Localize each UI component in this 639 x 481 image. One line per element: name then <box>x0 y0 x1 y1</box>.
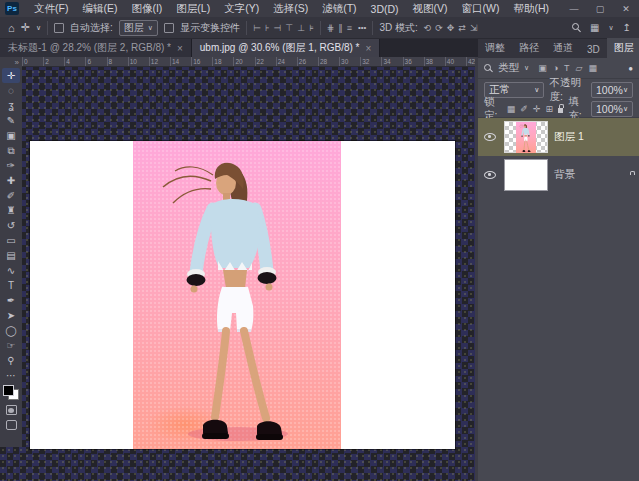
edit-toolbar-icon[interactable]: ⋯ <box>2 368 20 383</box>
visibility-cell[interactable] <box>482 133 498 141</box>
eraser-tool[interactable]: ▭ <box>2 233 20 248</box>
doc-tab-ubm[interactable]: ubm.jpg @ 30.6% (图层 1, RGB/8) * × <box>192 39 381 57</box>
path-select-tool[interactable]: ➤ <box>2 308 20 323</box>
3d-mode-icon[interactable]: ⇄ <box>458 23 466 33</box>
screen-mode-icon[interactable] <box>6 420 17 430</box>
3d-mode-icon[interactable]: ✥ <box>447 23 455 33</box>
menu-select[interactable]: 选择(S) <box>266 2 315 16</box>
history-brush-tool[interactable]: ↺ <box>2 218 20 233</box>
lock-option-icon[interactable]: ▦ <box>507 104 516 114</box>
chevron-down-icon[interactable]: ∨ <box>36 24 41 32</box>
more-options-icon[interactable]: ••• <box>358 23 366 32</box>
menu-edit[interactable]: 编辑(E) <box>75 2 124 16</box>
align-icon[interactable]: ⊣ <box>273 23 281 33</box>
close-icon[interactable]: × <box>177 43 183 54</box>
eye-icon[interactable] <box>484 171 496 179</box>
quick-select-tool[interactable]: ✎ <box>2 113 20 128</box>
menu-filter[interactable]: 滤镜(T) <box>315 2 363 16</box>
layer-name[interactable]: 图层 1 <box>554 130 584 144</box>
pen-tool[interactable]: ✒ <box>2 293 20 308</box>
align-icon[interactable]: ⊦ <box>265 23 270 33</box>
close-icon[interactable]: × <box>365 43 371 54</box>
chevron-down-icon[interactable]: ∨ <box>524 64 529 72</box>
close-button[interactable]: ✕ <box>613 4 639 14</box>
collapse-toolbar-icon[interactable]: » <box>15 58 19 68</box>
share-icon[interactable]: ↥ <box>623 22 631 33</box>
lasso-tool[interactable]: ʓ <box>2 98 20 113</box>
quick-mask-icon[interactable] <box>6 405 17 415</box>
smudge-tool[interactable]: ∿ <box>2 263 20 278</box>
filter-kind-icon[interactable]: ▱ <box>576 63 583 73</box>
layer-thumbnail[interactable] <box>504 121 548 153</box>
menu-window[interactable]: 窗口(W) <box>455 2 507 16</box>
workspace-icon[interactable]: ▦ <box>590 22 599 33</box>
distribute-icon[interactable]: ∥ <box>338 23 343 33</box>
canvas-area[interactable]: 024681012141618202224262830323436384042 <box>0 57 475 481</box>
menu-layer[interactable]: 图层(L) <box>169 2 217 16</box>
clone-stamp-tool[interactable]: ♜ <box>2 203 20 218</box>
lock-option-icon[interactable]: ⊞ <box>545 104 553 114</box>
auto-select-checkbox[interactable] <box>54 23 64 33</box>
search-icon[interactable] <box>572 23 581 32</box>
hand-tool[interactable]: ☞ <box>2 338 20 353</box>
document-canvas[interactable] <box>30 141 455 449</box>
menu-file[interactable]: 文件(F) <box>27 2 75 16</box>
fill-dropdown[interactable]: 100% ∨ <box>591 101 633 117</box>
zoom-tool[interactable]: ⚲ <box>2 353 20 368</box>
chevron-down-icon[interactable]: ∨ <box>608 24 613 32</box>
eyedropper-tool[interactable]: ✑ <box>2 158 20 173</box>
align-icon[interactable]: ⊧ <box>309 23 314 33</box>
filter-kind-icon[interactable]: ▣ <box>538 63 547 73</box>
menu-view[interactable]: 视图(V) <box>406 2 455 16</box>
layer-name[interactable]: 背景 <box>554 168 575 182</box>
layer-row-layer1[interactable]: 图层 1 <box>478 118 639 156</box>
home-icon[interactable]: ⌂ <box>8 22 15 34</box>
show-transform-checkbox[interactable] <box>164 23 174 33</box>
filter-toggle-icon[interactable]: ● <box>628 64 633 73</box>
lock-all-icon[interactable] <box>558 108 563 113</box>
distribute-icon[interactable]: ⋕ <box>327 23 335 33</box>
menu-type[interactable]: 文字(Y) <box>217 2 266 16</box>
tab-adjustments[interactable]: 调整 <box>478 38 512 58</box>
3d-mode-icon[interactable]: ⟳ <box>435 23 443 33</box>
filter-kind-icon[interactable]: T <box>564 63 570 73</box>
move-tool-preset-icon[interactable]: ✛ <box>21 21 30 34</box>
marquee-tool[interactable]: ◌ <box>2 83 20 98</box>
align-icon[interactable]: ⊤ <box>285 23 293 33</box>
visibility-cell[interactable] <box>482 171 498 179</box>
minimize-button[interactable]: — <box>561 4 587 14</box>
layer-thumbnail[interactable] <box>504 159 548 191</box>
doc-tab-untitled[interactable]: 未标题-1 @ 28.2% (图层 2, RGB/8) * × <box>0 39 192 57</box>
type-tool[interactable]: T <box>2 278 20 293</box>
color-swatches[interactable] <box>3 385 19 400</box>
gradient-tool[interactable]: ▤ <box>2 248 20 263</box>
eye-icon[interactable] <box>484 133 496 141</box>
distribute-icon[interactable]: ≡ <box>347 23 352 33</box>
3d-mode-icon[interactable]: ⇲ <box>470 23 478 33</box>
shape-tool[interactable]: ◯ <box>2 323 20 338</box>
auto-select-dropdown[interactable]: 图层 ∨ <box>119 20 158 36</box>
3d-mode-icon[interactable]: ⟲ <box>424 23 432 33</box>
healing-brush-tool[interactable]: ✚ <box>2 173 20 188</box>
layer-row-background[interactable]: 背景 <box>478 156 639 194</box>
photo-layer[interactable] <box>133 141 341 449</box>
maximize-button[interactable]: ▢ <box>587 4 613 14</box>
align-icon[interactable]: ⊢ <box>253 23 261 33</box>
crop-tool[interactable]: ⧉ <box>2 143 20 158</box>
filter-kind-icon[interactable]: ◑ <box>553 63 558 73</box>
align-icon[interactable]: ⊥ <box>297 23 305 33</box>
menu-image[interactable]: 图像(I) <box>124 2 169 16</box>
lock-option-icon[interactable]: ✛ <box>533 104 541 114</box>
menu-3d[interactable]: 3D(D) <box>364 3 406 15</box>
tab-paths[interactable]: 路径 <box>512 38 546 58</box>
tab-3d[interactable]: 3D <box>580 41 607 58</box>
brush-tool[interactable]: ✐ <box>2 188 20 203</box>
tab-channels[interactable]: 通道 <box>546 38 580 58</box>
filter-kind-icon[interactable]: ▦ <box>589 63 598 73</box>
menu-help[interactable]: 帮助(H) <box>507 2 557 16</box>
foreground-color-swatch[interactable] <box>3 385 14 396</box>
lock-option-icon[interactable]: ✐ <box>520 104 528 114</box>
move-tool[interactable]: ✛ <box>2 68 20 83</box>
opacity-dropdown[interactable]: 100% ∨ <box>591 82 633 98</box>
frame-tool[interactable]: ▣ <box>2 128 20 143</box>
